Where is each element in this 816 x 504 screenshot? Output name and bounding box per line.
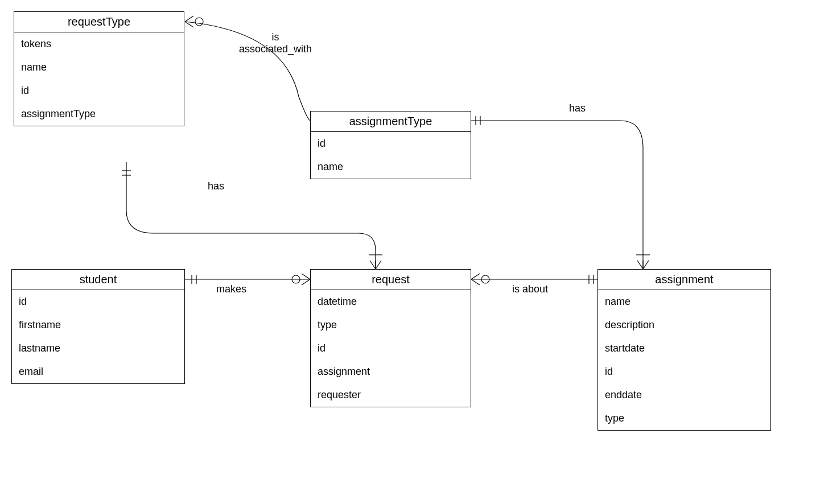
rel-label-has-1: has: [569, 102, 586, 114]
attr: id: [311, 132, 471, 155]
svg-line-13: [370, 261, 376, 269]
entity-request[interactable]: request datetime type id assignment requ…: [310, 269, 471, 407]
svg-line-25: [471, 279, 480, 285]
entity-body: datetime type id assignment requester: [311, 290, 471, 407]
attr: startdate: [598, 337, 770, 360]
entity-title: request: [311, 270, 471, 290]
entity-student[interactable]: student id firstname lastname email: [11, 269, 185, 384]
svg-point-2: [195, 18, 203, 26]
entity-title: assignmentType: [311, 111, 471, 132]
attr: firstname: [12, 313, 184, 337]
attr: type: [311, 313, 471, 337]
rel-label-has-2: has: [208, 180, 224, 192]
attr: type: [598, 407, 770, 430]
attr: name: [14, 56, 184, 79]
svg-line-8: [643, 261, 649, 269]
attr: id: [14, 79, 184, 102]
svg-line-20: [302, 274, 310, 279]
entity-body: id firstname lastname email: [12, 290, 184, 383]
entity-body: id name: [311, 132, 471, 179]
attr: description: [598, 313, 770, 337]
attr: requester: [311, 383, 471, 407]
rel-label-makes: makes: [216, 283, 246, 295]
entity-title: requestType: [14, 12, 184, 32]
svg-point-26: [481, 275, 489, 283]
entity-requestType[interactable]: requestType tokens name id assignmentTyp…: [14, 11, 184, 126]
svg-line-21: [302, 279, 310, 285]
attr: assignment: [311, 360, 471, 383]
svg-line-0: [185, 16, 193, 22]
rel-label-is-about: is about: [512, 283, 548, 295]
svg-point-22: [292, 275, 300, 283]
attr: id: [311, 337, 471, 360]
entity-assignmentType[interactable]: assignmentType id name: [310, 111, 471, 179]
attr: name: [598, 290, 770, 313]
entity-assignment[interactable]: assignment name description startdate id…: [597, 269, 771, 431]
svg-line-24: [471, 274, 480, 279]
svg-line-14: [376, 261, 381, 269]
attr: id: [598, 360, 770, 383]
attr: name: [311, 155, 471, 179]
entity-title: assignment: [598, 270, 770, 290]
svg-line-7: [637, 261, 643, 269]
entity-body: name description startdate id enddate ty…: [598, 290, 770, 430]
entity-title: student: [12, 270, 184, 290]
svg-line-1: [185, 22, 193, 27]
attr: email: [12, 360, 184, 383]
entity-body: tokens name id assignmentType: [14, 32, 184, 126]
attr: datetime: [311, 290, 471, 313]
attr: lastname: [12, 337, 184, 360]
attr: id: [12, 290, 184, 313]
attr: assignmentType: [14, 102, 184, 126]
rel-label-is-associated-with: is associated_with: [239, 31, 312, 55]
attr: enddate: [598, 383, 770, 407]
attr: tokens: [14, 32, 184, 56]
